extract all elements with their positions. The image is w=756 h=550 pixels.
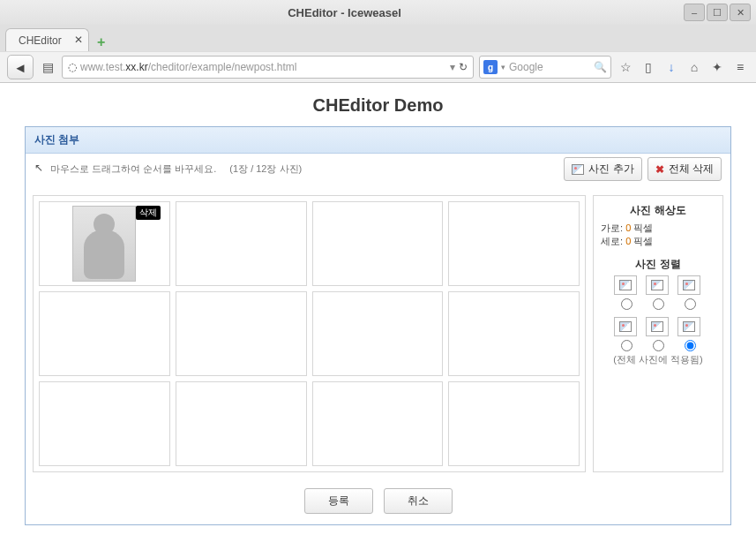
align-option-4[interactable] bbox=[614, 317, 637, 336]
photo-slot[interactable] bbox=[176, 291, 307, 376]
drag-tip: 마우스로 드래그하여 순서를 바꾸세요. (1장 / 12장 사진) bbox=[34, 162, 302, 176]
panel-header: 사진 첨부 bbox=[26, 127, 730, 154]
close-window-button[interactable]: ✕ bbox=[730, 4, 751, 21]
align-option-2[interactable] bbox=[646, 275, 669, 295]
attach-panel: 사진 첨부 마우스로 드래그하여 순서를 바꾸세요. (1장 / 12장 사진)… bbox=[25, 126, 731, 525]
star-icon[interactable]: ☆ bbox=[617, 58, 634, 76]
photo-slot[interactable] bbox=[312, 291, 444, 376]
globe-icon: ◌ bbox=[68, 61, 77, 73]
photo-slot[interactable] bbox=[39, 381, 170, 466]
align-option-5[interactable] bbox=[646, 317, 669, 336]
align-radio-5[interactable] bbox=[653, 340, 664, 351]
align-radio-4[interactable] bbox=[621, 340, 632, 351]
photo-slot[interactable] bbox=[448, 291, 580, 376]
apply-note: (전체 사진에 적용됨) bbox=[601, 353, 715, 366]
search-icon[interactable]: 🔍 bbox=[594, 61, 607, 73]
photo-slot[interactable] bbox=[312, 381, 444, 466]
photo-thumbnail bbox=[72, 206, 136, 282]
url-bar[interactable]: ◌ www.test.xx.kr/cheditor/example/newpos… bbox=[62, 56, 474, 79]
align-option-3[interactable] bbox=[677, 275, 700, 295]
back-button[interactable]: ◄ bbox=[7, 55, 34, 79]
new-tab-button[interactable]: + bbox=[93, 34, 110, 51]
photo-slot[interactable] bbox=[448, 201, 580, 286]
photo-grid: 삭제 bbox=[33, 195, 586, 472]
photo-slot[interactable] bbox=[176, 201, 307, 286]
dropdown-icon[interactable]: ▾ bbox=[450, 61, 455, 73]
align-radio-1[interactable] bbox=[621, 298, 632, 310]
delete-photo-badge[interactable]: 삭제 bbox=[136, 206, 161, 220]
download-icon[interactable]: ↓ bbox=[662, 58, 680, 76]
height-row: 세로: 0 픽셀 bbox=[601, 235, 715, 248]
tab-label: CHEditor bbox=[19, 34, 62, 47]
delete-all-button[interactable]: ✖ 전체 삭제 bbox=[647, 157, 722, 181]
close-tab-icon[interactable]: ✕ bbox=[74, 34, 83, 46]
submit-button[interactable]: 등록 bbox=[304, 488, 373, 514]
page-title: CHEditor Demo bbox=[25, 95, 731, 116]
align-option-1[interactable] bbox=[614, 275, 637, 295]
align-option-6[interactable] bbox=[677, 317, 700, 336]
url-text: www.test.xx.kr/cheditor/example/newpost.… bbox=[80, 61, 296, 73]
add-photo-button[interactable]: 사진 추가 bbox=[564, 157, 641, 181]
side-panel: 사진 해상도 가로: 0 픽셀 세로: 0 픽셀 사진 정 bbox=[593, 195, 723, 472]
align-title: 사진 정렬 bbox=[601, 257, 715, 272]
window-title: CHEditor - Iceweasel bbox=[5, 6, 684, 19]
photo-slot[interactable] bbox=[176, 381, 307, 466]
menu-icon[interactable]: ≡ bbox=[731, 58, 749, 76]
browser-tabbar: CHEditor ✕ + bbox=[0, 25, 756, 51]
search-placeholder: Google bbox=[509, 61, 590, 73]
chevron-down-icon[interactable]: ▾ bbox=[501, 63, 505, 72]
cursor-icon bbox=[34, 163, 45, 176]
minimize-button[interactable]: – bbox=[684, 4, 705, 21]
width-row: 가로: 0 픽셀 bbox=[601, 222, 715, 235]
photo-slot[interactable] bbox=[39, 291, 170, 376]
align-radio-2[interactable] bbox=[653, 298, 664, 310]
maximize-button[interactable]: ☐ bbox=[707, 4, 728, 21]
align-radio-6[interactable] bbox=[685, 340, 696, 351]
align-radio-3[interactable] bbox=[685, 298, 696, 310]
browser-toolbar: ◄ ▤ ◌ www.test.xx.kr/cheditor/example/ne… bbox=[0, 51, 756, 83]
page-content: CHEditor Demo 사진 첨부 마우스로 드래그하여 순서를 바꾸세요.… bbox=[0, 83, 756, 550]
search-engine-icon: g bbox=[483, 60, 498, 74]
reload-icon[interactable]: ↻ bbox=[459, 61, 468, 73]
photo-slot[interactable] bbox=[312, 201, 444, 286]
book-icon[interactable]: ▤ bbox=[39, 58, 56, 76]
resolution-title: 사진 해상도 bbox=[601, 203, 715, 218]
photo-icon bbox=[572, 164, 584, 175]
photo-slot[interactable] bbox=[448, 381, 580, 466]
home-icon[interactable]: ⌂ bbox=[685, 58, 703, 76]
window-titlebar: CHEditor - Iceweasel – ☐ ✕ bbox=[0, 0, 756, 25]
reader-icon[interactable]: ▯ bbox=[640, 58, 657, 76]
addon-icon[interactable]: ✦ bbox=[708, 58, 726, 76]
search-box[interactable]: g ▾ Google 🔍 bbox=[479, 56, 611, 79]
photo-slot[interactable]: 삭제 bbox=[39, 201, 170, 286]
delete-icon: ✖ bbox=[655, 163, 664, 176]
cancel-button[interactable]: 취소 bbox=[384, 488, 453, 514]
browser-tab[interactable]: CHEditor ✕ bbox=[5, 28, 89, 51]
